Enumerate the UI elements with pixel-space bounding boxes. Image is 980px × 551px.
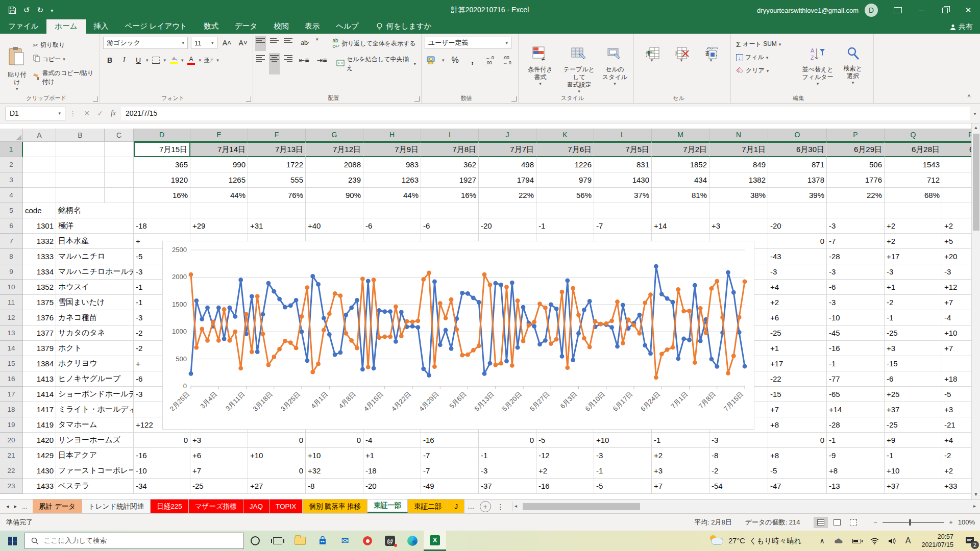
- cell-Q18[interactable]: +37: [885, 402, 942, 417]
- cell-O15[interactable]: +17: [768, 356, 827, 371]
- cell-Q15[interactable]: -15: [885, 356, 942, 371]
- sheet-tab-4[interactable]: JAQ: [243, 499, 270, 513]
- cell-B11[interactable]: 雪国まいたけ: [56, 295, 134, 310]
- cell-K6[interactable]: -1: [536, 218, 594, 234]
- cell-R19[interactable]: -21: [942, 417, 971, 433]
- expand-formula-bar-icon[interactable]: ▾: [970, 111, 980, 116]
- copy-button[interactable]: コピー ▾: [31, 54, 96, 65]
- cell-E22[interactable]: +7: [190, 463, 248, 479]
- cell-G2[interactable]: 2088: [306, 157, 363, 172]
- cell-O22[interactable]: -5: [768, 463, 827, 479]
- cell-styles-button[interactable]: セルの スタイル ▾: [599, 37, 630, 94]
- clear-button[interactable]: クリア ▾: [734, 65, 798, 76]
- cell-P6[interactable]: -3: [827, 218, 885, 234]
- cell-R7[interactable]: +5: [942, 234, 971, 249]
- cell-R18[interactable]: +3: [942, 402, 971, 417]
- cell-H22[interactable]: -18: [363, 463, 421, 479]
- at-mark-app-icon[interactable]: @: [379, 531, 401, 551]
- cell-G3[interactable]: 239: [306, 172, 363, 188]
- weather-widget[interactable]: 27°C くもり時々晴れ: [709, 535, 801, 546]
- cell-E20[interactable]: +3: [190, 433, 248, 448]
- cell-D3[interactable]: 1920: [134, 172, 190, 188]
- cell-J2[interactable]: 498: [479, 157, 536, 172]
- cell-O1[interactable]: 6月30日: [768, 142, 827, 157]
- cell-G6[interactable]: +40: [306, 218, 363, 234]
- cell-H4[interactable]: 44%: [363, 188, 421, 203]
- format-as-table-button[interactable]: テーブルとして 書式設定 ▾: [559, 37, 599, 94]
- accounting-format-icon[interactable]: [425, 54, 438, 66]
- cell-P19[interactable]: -28: [827, 417, 885, 433]
- cell-Q16[interactable]: -6: [885, 371, 942, 387]
- cell-O8[interactable]: -43: [768, 249, 827, 264]
- cell-F4[interactable]: 76%: [248, 188, 306, 203]
- find-select-button[interactable]: 検索と 選択 ▾: [837, 37, 869, 94]
- row-header-22[interactable]: 22: [0, 463, 23, 479]
- row-header-10[interactable]: 10: [0, 280, 23, 295]
- cell-Q6[interactable]: +2: [885, 218, 942, 234]
- tab-file[interactable]: ファイル: [0, 19, 46, 34]
- cell-R20[interactable]: +4: [942, 433, 971, 448]
- cell-R23[interactable]: +33: [942, 479, 971, 494]
- cell-M23[interactable]: +7: [652, 479, 709, 494]
- cell-R21[interactable]: -2: [942, 448, 971, 463]
- cell-I3[interactable]: 1927: [421, 172, 479, 188]
- cell-A16[interactable]: 1413: [23, 371, 56, 387]
- save-icon[interactable]: [8, 6, 16, 14]
- percent-style-icon[interactable]: %: [449, 54, 462, 66]
- cell-I20[interactable]: -16: [421, 433, 479, 448]
- cell-Q5[interactable]: [885, 203, 942, 218]
- cell-E3[interactable]: 1265: [190, 172, 248, 188]
- cell-P17[interactable]: -65: [827, 387, 885, 402]
- cell-Q12[interactable]: -1: [885, 310, 942, 325]
- row-header-5[interactable]: 5: [0, 203, 23, 218]
- cell-M2[interactable]: 1852: [652, 157, 709, 172]
- cell-A4[interactable]: [23, 188, 56, 203]
- sheet-tab-1[interactable]: トレンド統計関連: [82, 499, 151, 513]
- cell-K5[interactable]: [536, 203, 594, 218]
- cell-N2[interactable]: 849: [709, 157, 768, 172]
- cell-R12[interactable]: -4: [942, 310, 971, 325]
- cell-N22[interactable]: -2: [709, 463, 768, 479]
- font-dialog-launcher-icon[interactable]: [246, 96, 251, 102]
- cell-B17[interactable]: ショーボンドホールデ: [56, 387, 134, 402]
- cell-Q22[interactable]: +10: [885, 463, 942, 479]
- cell-M22[interactable]: +3: [652, 463, 709, 479]
- cell-B8[interactable]: マルハニチロ: [56, 249, 134, 264]
- row-header-6[interactable]: 6: [0, 218, 23, 234]
- format-painter-button[interactable]: 書式のコピー/貼り付け: [31, 68, 96, 87]
- cell-R17[interactable]: -5: [942, 387, 971, 402]
- cell-Q19[interactable]: -25: [885, 417, 942, 433]
- column-header-K[interactable]: K: [536, 129, 594, 142]
- row-header-23[interactable]: 23: [0, 479, 23, 494]
- cell-J21[interactable]: -1: [479, 448, 536, 463]
- tab-formulas[interactable]: 数式: [195, 19, 227, 34]
- cell-P2[interactable]: 506: [827, 157, 885, 172]
- undo-icon[interactable]: ↺: [23, 6, 30, 15]
- cell-O20[interactable]: 0: [768, 433, 827, 448]
- cell-G20[interactable]: 0: [306, 433, 363, 448]
- cell-Q17[interactable]: +25: [885, 387, 942, 402]
- row-header-3[interactable]: 3: [0, 172, 23, 188]
- cell-B3[interactable]: [56, 172, 105, 188]
- cell-B14[interactable]: ホクト: [56, 341, 134, 356]
- cell-B18[interactable]: ミライト・ホールディ: [56, 402, 134, 417]
- cell-R13[interactable]: +10: [942, 325, 971, 341]
- increase-decimal-icon[interactable]: ←.0.00: [483, 54, 497, 66]
- cell-R15[interactable]: [942, 356, 971, 371]
- row-header-8[interactable]: 8: [0, 249, 23, 264]
- formula-input[interactable]: 2021/7/15: [120, 107, 970, 120]
- cell-M3[interactable]: 434: [652, 172, 709, 188]
- cell-L6[interactable]: -7: [594, 218, 652, 234]
- cell-M4[interactable]: 81%: [652, 188, 709, 203]
- align-right-icon[interactable]: [284, 54, 292, 73]
- cell-A10[interactable]: 1352: [23, 280, 56, 295]
- edge-icon[interactable]: [401, 531, 424, 551]
- cell-R22[interactable]: +2: [942, 463, 971, 479]
- sort-filter-button[interactable]: AZ 並べ替えと フィルター ▾: [798, 37, 837, 94]
- column-header-Q[interactable]: Q: [885, 129, 942, 142]
- row-header-11[interactable]: 11: [0, 295, 23, 310]
- font-name-combo[interactable]: 游ゴシック▾: [103, 37, 188, 49]
- cell-A22[interactable]: 1430: [23, 463, 56, 479]
- cell-H5[interactable]: [363, 203, 421, 218]
- tab-data[interactable]: データ: [227, 19, 265, 34]
